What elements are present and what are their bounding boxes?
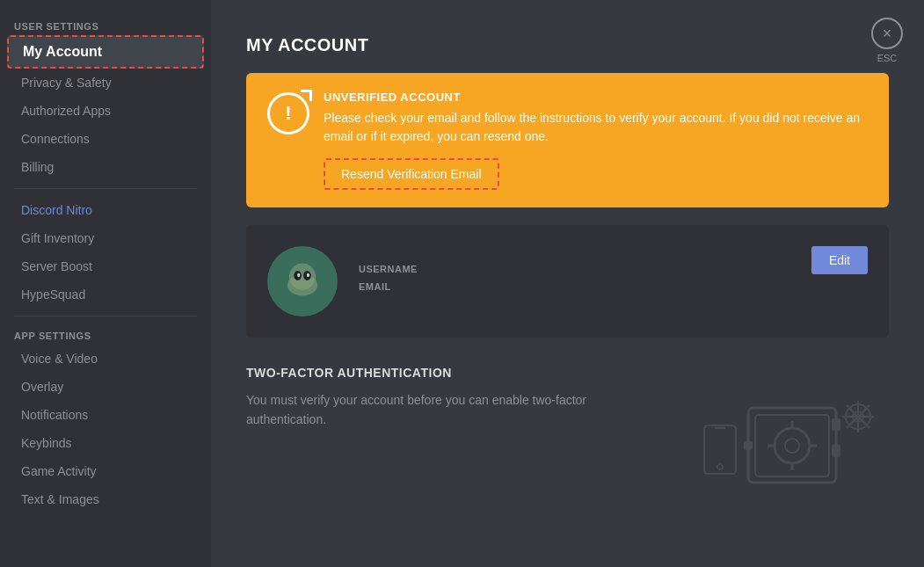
unverified-banner: ! UNVERIFIED ACCOUNT Please check your e…: [246, 73, 889, 207]
sidebar-item-connections[interactable]: Connections: [7, 125, 204, 153]
unverified-text-block: UNVERIFIED ACCOUNT Please check your ema…: [324, 91, 868, 190]
app-settings-label: APP SETTINGS: [0, 323, 211, 345]
sidebar-divider-2: [14, 316, 197, 316]
tfa-description: You must verify your account before you …: [246, 390, 660, 430]
tfa-section-title: TWO-FACTOR AUTHENTICATION: [246, 366, 889, 380]
svg-point-9: [785, 439, 799, 453]
sidebar-item-my-account[interactable]: My Account: [7, 35, 204, 69]
esc-label: ESC: [877, 53, 898, 63]
svg-rect-15: [832, 445, 840, 457]
sidebar-item-authorized-apps[interactable]: Authorized Apps: [7, 97, 204, 125]
account-fields: USERNAME EMAIL: [359, 264, 790, 299]
unverified-title: UNVERIFIED ACCOUNT: [324, 91, 868, 104]
sidebar-item-text-images[interactable]: Text & Images: [7, 485, 204, 513]
sidebar-item-billing[interactable]: Billing: [7, 153, 204, 181]
sidebar-item-overlay[interactable]: Overlay: [7, 373, 204, 401]
edit-button[interactable]: Edit: [811, 246, 868, 274]
svg-rect-6: [748, 408, 836, 483]
sidebar-item-hypesquad[interactable]: HypeSquad: [7, 280, 204, 309]
svg-point-4: [297, 273, 300, 277]
email-label: EMAIL: [359, 281, 790, 292]
username-label: USERNAME: [359, 264, 790, 274]
email-field: EMAIL: [359, 281, 790, 292]
tfa-illustration: [695, 390, 889, 496]
sidebar-item-server-boost[interactable]: Server Boost: [7, 252, 204, 280]
close-button[interactable]: ×: [871, 18, 903, 49]
sidebar-item-keybinds[interactable]: Keybinds: [7, 429, 204, 457]
svg-point-25: [717, 464, 723, 469]
user-settings-label: USER SETTINGS: [0, 14, 211, 35]
unverified-description: Please check your email and follow the i…: [324, 109, 868, 146]
sidebar: USER SETTINGS My Account Privacy & Safet…: [0, 0, 211, 567]
svg-point-8: [775, 428, 810, 463]
resend-verification-button[interactable]: Resend Verification Email: [324, 158, 499, 190]
sidebar-item-gift-inventory[interactable]: Gift Inventory: [7, 224, 204, 252]
page-title: MY ACCOUNT: [246, 35, 889, 55]
svg-point-1: [287, 274, 318, 295]
svg-rect-14: [832, 418, 840, 431]
avatar: [267, 246, 338, 316]
sidebar-item-voice-video[interactable]: Voice & Video: [7, 345, 204, 373]
sidebar-item-game-activity[interactable]: Game Activity: [7, 457, 204, 485]
sidebar-item-privacy-safety[interactable]: Privacy & Safety: [7, 69, 204, 97]
warning-icon: !: [267, 92, 309, 134]
username-field: USERNAME: [359, 264, 790, 274]
sidebar-divider-1: [14, 188, 197, 189]
account-card: USERNAME EMAIL Edit: [246, 225, 889, 338]
svg-rect-23: [704, 425, 736, 474]
sidebar-item-discord-nitro[interactable]: Discord Nitro: [7, 196, 204, 224]
svg-point-5: [307, 273, 309, 277]
main-content: × ESC MY ACCOUNT ! UNVERIFIED ACCOUNT Pl…: [211, 0, 924, 567]
svg-rect-16: [744, 441, 753, 450]
tfa-section: You must verify your account before you …: [246, 390, 889, 496]
sidebar-item-notifications[interactable]: Notifications: [7, 401, 204, 429]
close-button-container: × ESC: [871, 18, 903, 63]
